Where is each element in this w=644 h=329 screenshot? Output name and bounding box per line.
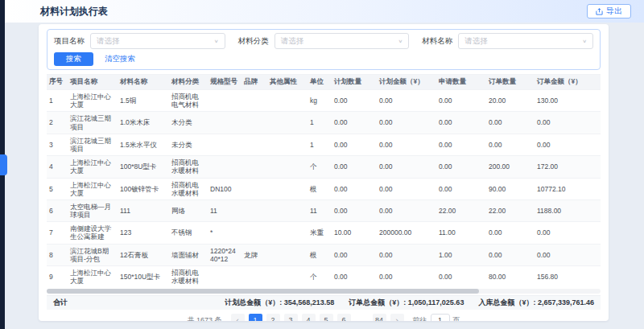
table-cell: 招商机电 水暖材料 <box>169 156 208 177</box>
table-cell: 3 <box>47 134 68 155</box>
page-button[interactable]: 4 <box>302 314 316 321</box>
horizontal-scrollbar-thumb[interactable] <box>47 289 479 294</box>
table-cell: 上海松江中心大厦 <box>68 90 118 111</box>
table-cell: 太空电梯—月球项目 <box>68 200 118 221</box>
table-cell: 滨江花城B期项目-分包 <box>68 245 118 265</box>
table-cell: 0.00 <box>436 156 486 177</box>
inbound-total: 入库总金额（¥）: 2,657,339,761.46 <box>478 298 594 308</box>
next-page-icon[interactable]: › <box>390 314 404 321</box>
table-row: 3滨江花城三期项目1.5米水平仪未分类10.000.000.000.000.00 <box>47 134 601 155</box>
table-cell: 上海松江中心大厦 <box>68 266 118 287</box>
table-cell: 米重 <box>308 222 332 243</box>
table-cell: 0.00 <box>436 112 486 133</box>
table-cell: 200.00 <box>486 156 535 177</box>
page-button[interactable]: 5 <box>320 314 333 321</box>
pagination-total: 共 1673 条 <box>187 315 221 321</box>
table-row: 6太空电梯—月球项目111网络11110.000.0022.0022.00118… <box>47 199 601 221</box>
table-cell <box>267 245 308 265</box>
table-cell: 0.00 <box>436 90 486 111</box>
order-total: 订单总金额（¥）: 1,050,117,025.63 <box>349 298 464 308</box>
summary-row: 合计 计划总金额（¥）: 354,568,213.58 订单总金额（¥）: 1,… <box>47 295 601 310</box>
table-cell: 0.00 <box>332 245 377 265</box>
table-header: 序号项目名称材料名称材料分类规格型号品牌其他属性单位计划数量计划金额（¥）申请数… <box>47 75 601 89</box>
table-cell: 根 <box>308 179 332 199</box>
table-cell: 10772.10 <box>535 179 596 199</box>
table-cell <box>267 200 308 221</box>
table-cell: 滨江花城三期项目 <box>68 112 118 133</box>
page-button[interactable]: 3 <box>284 314 298 321</box>
column-header: 品牌 <box>242 75 267 89</box>
export-icon <box>596 8 603 15</box>
table-cell: 10.00 <box>332 222 377 243</box>
table-row: 2滨江花城三期项目1.0米木床木分类10.000.000.000.000.00 <box>47 111 601 133</box>
table-cell: 1220*2440*12 <box>208 245 242 265</box>
chevron-down-icon: ∨ <box>398 39 402 43</box>
table-cell: 0.00 <box>332 112 377 133</box>
column-header: 计划数量 <box>332 75 377 89</box>
materials-table: 序号项目名称材料名称材料分类规格型号品牌其他属性单位计划数量计划金额（¥）申请数… <box>47 74 601 287</box>
table-cell: 1.5米水平仪 <box>118 134 169 155</box>
table-cell: 墙面辅材 <box>169 245 208 265</box>
select-placeholder: 请选择 <box>464 36 488 47</box>
topbar: 材料计划执行表 导出 <box>5 0 644 23</box>
table-cell: 1.00 <box>436 245 486 265</box>
material-category-select[interactable]: 请选择 ∨ <box>275 33 410 49</box>
inbound-total-value: 2,657,339,761.46 <box>538 298 594 306</box>
table-cell: 0.00 <box>486 222 535 243</box>
page-button[interactable]: 84 <box>373 314 386 321</box>
search-button[interactable]: 搜索 <box>54 52 93 66</box>
chevron-down-icon: ∨ <box>582 39 587 43</box>
table-row: 4上海松江中心大厦100*8U型卡招商机电 水暖材料个0.000.000.002… <box>47 155 601 177</box>
sidebar-toggle-handle[interactable] <box>0 154 7 175</box>
page-button[interactable]: 2 <box>266 314 280 321</box>
column-header: 其他属性 <box>267 75 308 89</box>
filter-label: 材料分类 <box>238 36 269 47</box>
material-name-select[interactable]: 请选择 ∨ <box>458 33 593 49</box>
table-cell: 招商机电 电气材料 <box>169 90 208 111</box>
planned-total-value: 354,568,213.58 <box>284 298 335 306</box>
table-cell: 木分类 <box>169 112 208 133</box>
table-cell <box>242 222 267 243</box>
table-row: 5上海松江中心大厦100镀锌管卡招商机电 水暖材料DN100根0.000.000… <box>47 178 601 199</box>
table-cell: 0.00 <box>486 112 535 133</box>
project-name-select[interactable]: 请选择 ∨ <box>90 33 225 49</box>
table-cell: 0.00 <box>332 266 377 287</box>
column-header: 序号 <box>47 75 68 89</box>
column-header: 申请数量 <box>436 75 486 89</box>
table-cell: 156.80 <box>535 266 596 287</box>
pagination: 共 1673 条 ‹ 123456...84 › 前往 页 <box>47 310 601 321</box>
table-cell: 0.00 <box>535 222 596 243</box>
table-cell <box>208 156 242 177</box>
order-total-value: 1,050,117,025.63 <box>408 298 464 306</box>
table-cell: 4 <box>47 156 68 177</box>
table-cell: 未分类 <box>169 134 208 155</box>
table-cell: 根 <box>308 245 332 265</box>
table-cell: 招商机电 水暖材料 <box>169 179 208 199</box>
filter-label: 材料名称 <box>422 36 452 47</box>
table-cell <box>242 112 267 133</box>
table-cell: 11 <box>308 200 332 221</box>
table-cell: 不锈钢 <box>169 222 208 243</box>
page-title: 材料计划执行表 <box>40 5 108 19</box>
table-cell: DN100 <box>208 179 242 199</box>
table-cell: 1 <box>308 134 332 155</box>
table-cell: 20.00 <box>486 90 535 111</box>
page-button[interactable]: 6 <box>337 314 351 321</box>
page-ellipsis: ... <box>355 314 369 321</box>
table-cell <box>208 134 242 155</box>
table-cell: 12石膏板 <box>118 245 169 265</box>
table-cell <box>242 266 267 287</box>
goto-suffix: 页 <box>453 315 460 321</box>
table-cell: 100镀锌管卡 <box>118 179 169 199</box>
column-header: 材料名称 <box>118 75 169 89</box>
page-button[interactable]: 1 <box>249 314 262 321</box>
clear-search-button[interactable]: 清空搜索 <box>105 54 135 64</box>
prev-page-icon[interactable]: ‹ <box>231 314 245 321</box>
table-cell: 0.00 <box>377 179 436 199</box>
export-button[interactable]: 导出 <box>587 4 631 19</box>
select-placeholder: 请选择 <box>97 36 120 47</box>
table-cell: 9 <box>47 266 68 287</box>
table-cell: 网络 <box>169 200 208 221</box>
goto-page-input[interactable] <box>431 314 450 321</box>
planned-total-label: 计划总金额（¥）: <box>225 298 282 306</box>
